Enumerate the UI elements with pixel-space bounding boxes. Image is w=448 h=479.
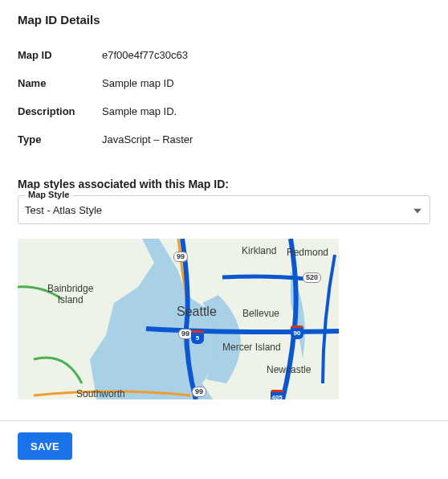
map-label-newcastle: Newcastle: [267, 364, 311, 375]
shield-99-a: 99: [173, 252, 188, 262]
detail-value-map-id: e7f00e4f77c30c63: [102, 41, 430, 69]
detail-row-description: Description Sample map ID.: [18, 97, 430, 125]
section-title: Map ID Details: [18, 13, 430, 27]
associated-styles-title: Map styles associated with this Map ID:: [18, 178, 430, 190]
map-svg: [18, 239, 339, 399]
detail-row-type: Type JavaScript – Raster: [18, 125, 430, 154]
map-style-select[interactable]: Map Style Test - Atlas Style: [18, 195, 430, 224]
shield-520: 520: [303, 272, 321, 283]
detail-value-name: Sample map ID: [102, 69, 430, 97]
detail-row-name: Name Sample map ID: [18, 69, 430, 97]
map-style-select-value: Test - Atlas Style: [25, 204, 102, 216]
detail-label-map-id: Map ID: [18, 41, 102, 69]
detail-label-name: Name: [18, 69, 102, 97]
map-label-kirkland: Kirkland: [242, 245, 276, 256]
map-label-seattle: Seattle: [177, 305, 217, 319]
map-preview[interactable]: Seattle Bellevue Kirkland Redmond Mercer…: [18, 239, 339, 399]
detail-label-type: Type: [18, 125, 102, 154]
detail-value-description: Sample map ID.: [102, 97, 430, 125]
map-label-redmond: Redmond: [287, 247, 328, 258]
shield-99-c: 99: [192, 387, 206, 397]
caret-down-icon: [413, 204, 422, 216]
detail-row-map-id: Map ID e7f00e4f77c30c63: [18, 41, 430, 69]
shield-i405: 405: [271, 390, 283, 399]
map-label-bainbridge-island: BainbridgeIsland: [47, 283, 93, 305]
save-button[interactable]: SAVE: [18, 432, 72, 460]
detail-value-type: JavaScript – Raster: [102, 125, 430, 154]
map-label-bellevue: Bellevue: [242, 308, 279, 319]
map-label-mercer-island: Mercer Island: [222, 342, 281, 353]
shield-i90: 90: [291, 325, 303, 339]
shield-i5: 5: [191, 330, 204, 344]
details-table: Map ID e7f00e4f77c30c63 Name Sample map …: [18, 41, 430, 154]
footer-bar: SAVE: [0, 420, 448, 474]
detail-label-description: Description: [18, 97, 102, 125]
map-style-select-legend: Map Style: [25, 190, 72, 199]
map-label-southworth: Southworth: [76, 388, 125, 399]
